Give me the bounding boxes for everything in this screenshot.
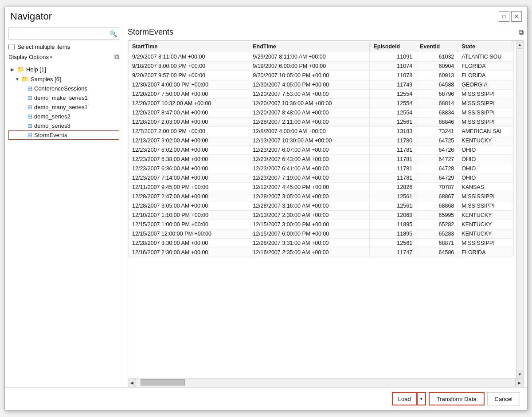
table-cell: KENTUCKY — [458, 211, 514, 220]
table-edit-icon[interactable]: ⧉ — [519, 28, 524, 36]
table-cell: OHIO — [458, 146, 514, 155]
table-cell: 68796 — [416, 90, 458, 99]
table-cell: 64727 — [416, 155, 458, 164]
tree-item-demo1[interactable]: ⊞ demo_make_series1 — [8, 93, 119, 102]
table-row: 12/28/2007 2:03:00 AM +00:0012/28/2007 2… — [129, 118, 514, 127]
tree-item-label-1: demo_make_series1 — [34, 94, 88, 101]
table-icon-3: ⊞ — [27, 113, 32, 120]
table-cell: 12/20/2007 10:36:00 AM +00:00 — [249, 99, 370, 108]
scrollbar-down-button[interactable]: ▼ — [516, 370, 523, 378]
table-cell: 68834 — [416, 108, 458, 118]
col-header-eventid: EventId — [416, 41, 458, 52]
hscrollbar-left-button[interactable]: ◀ — [128, 378, 136, 387]
table-cell: 13183 — [370, 127, 416, 136]
table-row: 12/10/2007 1:10:00 PM +00:0012/13/2007 2… — [129, 211, 514, 220]
table-cell: 9/20/2007 10:05:00 PM +00:00 — [249, 71, 370, 80]
transform-data-button[interactable]: Transform Data — [429, 392, 485, 405]
table-cell: 12/12/2007 4:45:00 PM +00:00 — [249, 183, 370, 192]
table-row: 12/28/2007 3:05:00 AM +00:0012/28/2007 3… — [129, 201, 514, 211]
navigator-window: Navigator □ ✕ 🔍 Select multiple items Di… — [4, 7, 528, 410]
table-cell: 9/29/2007 8:11:00 AM +00:00 — [129, 52, 249, 62]
display-options-button[interactable]: Display Options ▾ — [8, 54, 52, 60]
scrollbar-up-button[interactable]: ▲ — [516, 41, 523, 49]
tree-item-samples[interactable]: ▼ 📁 Samples [6] — [8, 74, 119, 84]
table-cell: 65995 — [416, 211, 458, 220]
table-cell: 64726 — [416, 146, 458, 155]
table-cell: AMERICAN SAI — [458, 127, 514, 136]
table-cell: 64728 — [416, 164, 458, 173]
table-cell: KANSAS — [458, 183, 514, 192]
table-icon-0: ⊞ — [27, 85, 32, 92]
table-cell: 12561 — [370, 192, 416, 201]
tree-item-help[interactable]: ▶ 📁 Help [1] — [8, 64, 119, 74]
table-cell: 12/23/2007 6:41:00 AM +00:00 — [249, 164, 370, 173]
close-button[interactable]: ✕ — [511, 11, 522, 22]
table-cell: KENTUCKY — [458, 220, 514, 229]
load-button[interactable]: Load — [392, 392, 417, 405]
table-cell: 64729 — [416, 173, 458, 183]
table-cell: 11747 — [370, 248, 416, 257]
vertical-scrollbar[interactable]: ▲ ▼ — [516, 41, 523, 378]
table-cell: 64586 — [416, 248, 458, 257]
table-cell: 12/13/2007 10:30:00 AM +00:00 — [249, 136, 370, 146]
table-cell: GEORGIA — [458, 80, 514, 90]
select-multiple-checkbox[interactable] — [8, 44, 15, 50]
hscrollbar-right-button[interactable]: ▶ — [515, 378, 523, 387]
window-controls: □ ✕ — [499, 11, 522, 22]
table-row: 12/13/2007 9:02:00 AM +00:0012/13/2007 1… — [129, 136, 514, 146]
table-cell: KENTUCKY — [458, 136, 514, 146]
tree-item-help-label: Help [1] — [26, 66, 46, 73]
minimize-button[interactable]: □ — [499, 11, 509, 22]
load-button-group: Load ▾ — [392, 392, 426, 405]
table-cell: 12/30/2007 4:05:00 PM +00:00 — [249, 80, 370, 90]
table-title: StormEvents — [128, 28, 173, 37]
table-cell: 12/28/2007 3:05:00 AM +00:00 — [129, 201, 249, 211]
table-cell: 12/15/2007 12:00:00 PM +00:00 — [129, 229, 249, 239]
table-cell: ATLANTIC SOU — [458, 52, 514, 62]
tree: ▶ 📁 Help [1] ▼ 📁 Samples [6] ⊞ Conferenc… — [8, 64, 119, 384]
search-box[interactable]: 🔍 — [8, 28, 119, 40]
table-cell: 11078 — [370, 71, 416, 80]
footer: Load ▾ Transform Data Cancel — [5, 387, 527, 410]
table-cell: 12/28/2007 2:47:00 AM +00:00 — [129, 192, 249, 201]
edit-icon[interactable]: ⧉ — [114, 53, 119, 61]
tree-item-confsessions[interactable]: ⊞ ConferenceSessions — [8, 84, 119, 93]
table-cell: 60904 — [416, 62, 458, 71]
hscrollbar-thumb[interactable] — [141, 379, 185, 386]
table-cell: 12561 — [370, 201, 416, 211]
table-cell: 12/23/2007 6:43:00 AM +00:00 — [249, 155, 370, 164]
table-row: 12/15/2007 1:00:00 PM +00:0012/15/2007 3… — [129, 220, 514, 229]
tree-item-demo3[interactable]: ⊞ demo_series2 — [8, 112, 119, 121]
cancel-button[interactable]: Cancel — [487, 392, 520, 405]
tree-item-label-4: demo_series3 — [34, 122, 70, 129]
search-input[interactable] — [11, 31, 110, 37]
table-row: 12/23/2007 6:38:00 AM +00:0012/23/2007 6… — [129, 155, 514, 164]
table-cell: 12/7/2007 2:00:00 PM +00:00 — [129, 127, 249, 136]
table-icon-5: ⊞ — [27, 132, 32, 138]
table-cell: 12826 — [370, 183, 416, 192]
tree-item-demo2[interactable]: ⊞ demo_many_series1 — [8, 102, 119, 112]
table-cell: 12/20/2007 10:32:00 AM +00:00 — [129, 99, 249, 108]
load-dropdown-button[interactable]: ▾ — [417, 392, 426, 405]
table-cell: 61032 — [416, 52, 458, 62]
table-cell: 9/29/2007 8:11:00 AM +00:00 — [249, 52, 370, 62]
table-cell: 12554 — [370, 90, 416, 99]
table-cell: 11781 — [370, 146, 416, 155]
table-row: 9/18/2007 8:00:00 PM +00:009/19/2007 6:0… — [129, 62, 514, 71]
table-row: 12/11/2007 9:45:00 PM +00:0012/12/2007 4… — [129, 183, 514, 192]
table-cell: 12/11/2007 9:45:00 PM +00:00 — [129, 183, 249, 192]
tree-item-demo4[interactable]: ⊞ demo_series3 — [8, 121, 119, 130]
table-cell: MISSISSIPPI — [458, 108, 514, 118]
table-cell: FLORIDA — [458, 62, 514, 71]
table-cell: 12068 — [370, 211, 416, 220]
tree-item-stormevents[interactable]: ⊞ StormEvents — [8, 130, 119, 140]
table-cell: 11749 — [370, 80, 416, 90]
table-cell: 12/15/2007 6:00:00 PM +00:00 — [249, 229, 370, 239]
table-cell: 12/15/2007 1:00:00 PM +00:00 — [129, 220, 249, 229]
table-cell: 65283 — [416, 229, 458, 239]
table-icon-4: ⊞ — [27, 122, 32, 129]
search-icon: 🔍 — [110, 30, 117, 37]
horizontal-scrollbar[interactable]: ◀ ▶ — [128, 378, 523, 387]
expand-icon-samples: ▼ — [15, 77, 20, 82]
table-cell: 12554 — [370, 108, 416, 118]
